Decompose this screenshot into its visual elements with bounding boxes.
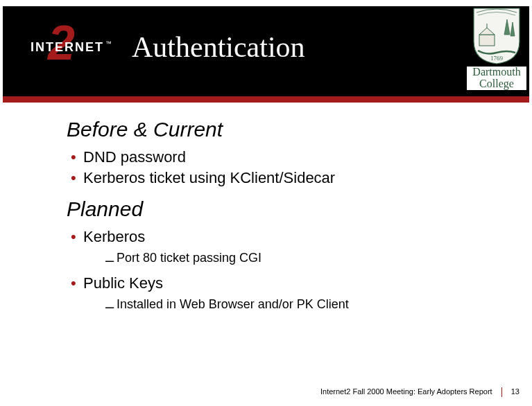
- institution-block: 1769 Dartmouth College: [467, 7, 526, 90]
- svg-rect-0: [479, 35, 495, 46]
- header-accent-bar: [3, 96, 529, 103]
- sub-list: Port 80 ticket passing CGI: [83, 249, 483, 267]
- internet2-logo: 2 INTERNET ™: [10, 19, 114, 69]
- section-heading: Before & Current: [67, 118, 483, 141]
- shield-icon: 1769: [472, 7, 521, 65]
- footer: Internet2 Fall 2000 Meeting: Early Adopt…: [320, 387, 520, 397]
- footer-event: Internet2 Fall 2000 Meeting: Early Adopt…: [320, 387, 492, 396]
- slide-title: Authentication: [132, 30, 305, 64]
- institution-name-line2: College: [467, 78, 526, 90]
- list-item: Public Keys Installed in Web Browser and…: [67, 273, 483, 314]
- sub-list-item: Port 80 ticket passing CGI: [83, 249, 483, 267]
- slide: 2 INTERNET ™ Authentication 1769 Dartmou…: [0, 0, 532, 406]
- footer-separator: [501, 387, 502, 397]
- bullet-list: DND password Kerberos ticket using KClie…: [67, 147, 483, 188]
- shield-year-text: 1769: [490, 55, 504, 62]
- institution-name-line1: Dartmouth: [467, 67, 526, 78]
- list-item: DND password: [67, 147, 483, 168]
- logo-word: INTERNET: [31, 40, 104, 55]
- list-item-label: Public Keys: [83, 274, 163, 292]
- sub-list: Installed in Web Browser and/or PK Clien…: [83, 295, 483, 314]
- section-heading: Planned: [67, 197, 483, 221]
- footer-page-number: 13: [511, 387, 520, 396]
- logo-trademark: ™: [105, 40, 112, 47]
- list-item: Kerberos Port 80 ticket passing CGI: [67, 227, 483, 267]
- list-item-label: Kerberos: [83, 228, 145, 245]
- list-item: Kerberos ticket using KClient/Sidecar: [67, 168, 483, 188]
- sub-list-item: Installed in Web Browser and/or PK Clien…: [83, 295, 483, 314]
- bullet-list: Kerberos Port 80 ticket passing CGI Publ…: [67, 227, 483, 313]
- slide-body: Before & Current DND password Kerberos t…: [67, 118, 483, 324]
